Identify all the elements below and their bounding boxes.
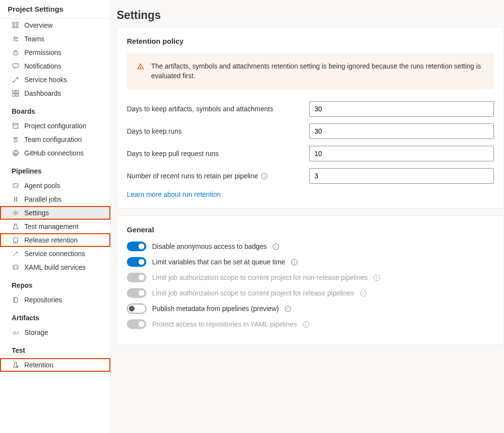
nav-group-title: Pipelines	[0, 160, 110, 179]
toggle-label: Limit job authorization scope to current…	[152, 274, 368, 281]
info-icon[interactable]: i	[273, 243, 279, 250]
chat-icon	[12, 62, 19, 70]
retention-card: Retention policy The artifacts, symbols …	[117, 27, 504, 208]
svg-point-4	[14, 37, 16, 39]
info-icon[interactable]: i	[261, 173, 267, 179]
teams-icon	[12, 35, 19, 43]
toggle-row: Publish metadata from pipelines (preview…	[127, 304, 494, 313]
teamconf-icon	[12, 136, 19, 143]
svg-rect-0	[13, 22, 15, 24]
sidebar-item-label: Storage	[24, 329, 48, 336]
svg-rect-13	[13, 123, 18, 128]
sidebar-item-label: GitHub connections	[24, 149, 84, 157]
toggle-switch[interactable]	[127, 304, 146, 313]
toggle-row: Disable anonymous access to badgesi	[127, 242, 494, 251]
toggle-switch[interactable]	[127, 257, 146, 267]
toggle-label: Protect access to repositories in YAML p…	[152, 320, 297, 328]
sidebar-item-label: Agent pools	[24, 182, 60, 190]
svg-rect-19	[13, 184, 18, 188]
toggle-label: Disable anonymous access to badges	[152, 242, 267, 250]
toggle-row: Limit variables that can be set at queue…	[127, 257, 494, 267]
retention-input[interactable]	[309, 123, 494, 139]
sidebar: Project Settings OverviewTeamsPermission…	[0, 0, 111, 433]
sidebar-item-label: Release retention	[24, 236, 78, 244]
nav-group-title: Repos	[0, 274, 110, 293]
sidebar-item-storage[interactable]: Storage	[0, 326, 110, 339]
toggle-label: Limit job authorization scope to current…	[152, 289, 354, 297]
svg-rect-11	[13, 94, 15, 96]
dashboard-icon	[12, 89, 19, 97]
retention-label: Number of recent runs to retain per pipe…	[127, 172, 258, 180]
sidebar-item-label: Service connections	[24, 250, 85, 258]
storage-icon	[12, 329, 19, 336]
retention-input[interactable]	[309, 101, 494, 117]
sidebar-item-service-hooks[interactable]: Service hooks	[0, 73, 110, 87]
general-header: General	[127, 225, 494, 234]
general-card: General Disable anonymous access to badg…	[117, 215, 504, 345]
sidebar-item-project-configuration[interactable]: Project configuration	[0, 119, 110, 133]
sidebar-item-overview[interactable]: Overview	[0, 18, 110, 32]
retention-input[interactable]	[309, 168, 494, 184]
warning-text: The artifacts, symbols and attachments r…	[151, 62, 484, 81]
toggle-row: Protect access to repositories in YAML p…	[127, 319, 494, 329]
svg-rect-3	[16, 26, 18, 28]
retention-label: Days to keep runs	[127, 127, 182, 135]
sidebar-item-teams[interactable]: Teams	[0, 32, 110, 46]
sidebar-item-agent-pools[interactable]: Agent pools	[0, 179, 110, 192]
retention-label: Days to keep artifacts, symbols and atta…	[127, 105, 273, 113]
info-icon[interactable]: i	[285, 306, 291, 312]
sidebar-item-release-retention[interactable]: Release retention2	[0, 233, 110, 247]
toggle-switch	[127, 273, 146, 282]
sidebar-item-repositories[interactable]: Repositories	[0, 293, 110, 307]
sidebar-item-parallel-jobs[interactable]: Parallel jobs	[0, 192, 110, 206]
retention-row: Days to keep pull request runs	[127, 146, 494, 161]
svg-rect-6	[14, 52, 17, 55]
svg-rect-10	[16, 90, 18, 93]
sidebar-item-test-management[interactable]: Test management	[0, 220, 110, 233]
retain-icon	[12, 361, 19, 369]
toggle-switch	[127, 288, 146, 298]
sidebar-title: Project Settings	[0, 3, 110, 18]
sidebar-item-notifications[interactable]: Notifications	[0, 59, 110, 73]
page-title: Settings	[117, 6, 504, 27]
sidebar-item-label: Notifications	[24, 62, 61, 70]
warning-banner: The artifacts, symbols and attachments r…	[127, 53, 494, 89]
config-icon	[12, 122, 19, 130]
toggle-switch[interactable]	[127, 242, 146, 251]
svg-point-17	[14, 139, 17, 142]
sidebar-item-github-connections[interactable]: GitHub connections	[0, 146, 110, 160]
info-icon[interactable]: i	[291, 259, 297, 265]
svg-point-16	[16, 137, 17, 139]
sidebar-item-label: Overview	[24, 21, 52, 29]
sidebar-item-dashboards[interactable]: Dashboards	[0, 87, 110, 100]
sidebar-item-settings[interactable]: Settings1	[0, 206, 110, 220]
sidebar-item-retention[interactable]: Retention3	[0, 358, 110, 372]
svg-point-27	[15, 242, 16, 242]
svg-rect-1	[16, 22, 18, 24]
sidebar-item-label: Team configuration	[24, 136, 82, 143]
svg-rect-7	[13, 64, 18, 68]
sidebar-item-xaml-build-services[interactable]: XAML build services	[0, 260, 110, 274]
nav-group-title: Boards	[0, 100, 110, 119]
sidebar-item-label: Parallel jobs	[24, 195, 61, 203]
learn-more-link[interactable]: Learn more about run retention	[127, 191, 221, 198]
info-icon: i	[360, 290, 366, 296]
github-icon	[12, 149, 19, 157]
svg-point-38	[140, 68, 140, 68]
info-icon: i	[374, 275, 380, 281]
nav-group-title: Test	[0, 339, 110, 358]
sidebar-item-service-connections[interactable]: Service connections	[0, 247, 110, 260]
sidebar-item-team-configuration[interactable]: Team configuration	[0, 133, 110, 146]
retention-header: Retention policy	[127, 37, 494, 45]
gear-icon	[12, 209, 19, 217]
retention-input[interactable]	[309, 146, 494, 161]
nav-group-title: Artifacts	[0, 307, 110, 326]
warning-icon	[137, 63, 144, 81]
retention-row: Days to keep runs	[127, 123, 494, 139]
sidebar-item-permissions[interactable]: Permissions	[0, 46, 110, 59]
main-content: Settings Retention policy The artifacts,…	[111, 0, 504, 433]
agents-icon	[12, 182, 19, 190]
svg-rect-29	[14, 297, 17, 302]
sidebar-item-label: Dashboards	[24, 89, 61, 97]
sidebar-item-label: Permissions	[24, 49, 61, 56]
